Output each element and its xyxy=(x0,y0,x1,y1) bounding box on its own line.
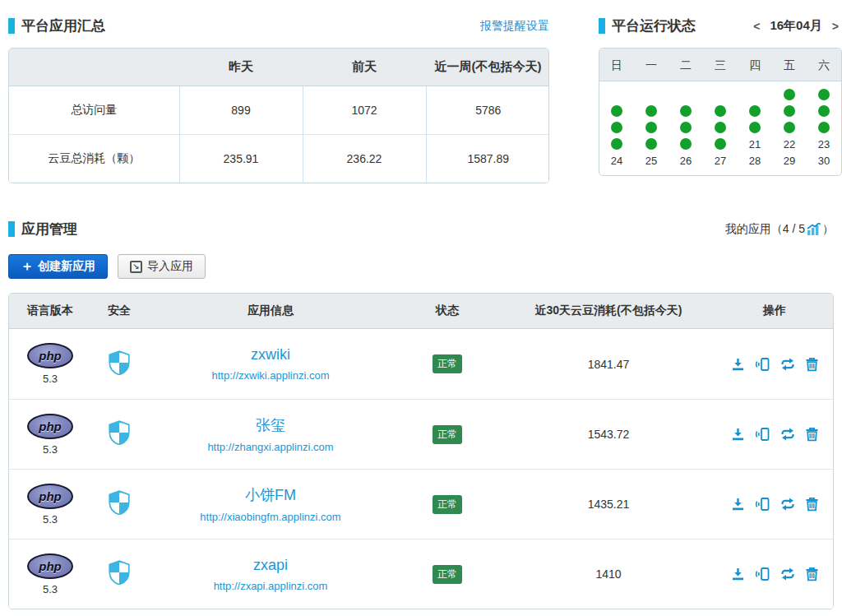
language-cell: php 5.3 xyxy=(9,343,91,385)
create-app-button[interactable]: ＋ 创建新应用 xyxy=(8,254,108,279)
calendar-empty-cell xyxy=(634,86,669,103)
visits-yesterday: 899 xyxy=(179,86,303,134)
beans-week: 1587.89 xyxy=(426,134,549,183)
status-cell: 正常 xyxy=(394,425,501,444)
php-version: 5.3 xyxy=(9,443,91,456)
calendar-day-number: 30 xyxy=(807,152,841,169)
green-dot-icon xyxy=(749,105,761,117)
calendar-day-number: 21 xyxy=(738,136,772,152)
calendar-week-row: 212223 xyxy=(599,136,841,152)
sync-icon[interactable] xyxy=(780,357,796,372)
status-ok-dot xyxy=(738,119,772,136)
delete-icon[interactable] xyxy=(805,357,819,372)
calendar-month-label: 16年04月 xyxy=(770,18,821,34)
security-shield-icon xyxy=(109,433,130,447)
calendar-prev-button[interactable]: < xyxy=(750,20,763,33)
calendar-day-number: 22 xyxy=(772,136,807,152)
col-header-appinfo: 应用信息 xyxy=(147,303,394,318)
download-icon[interactable] xyxy=(730,567,746,581)
visits-week: 5786 xyxy=(426,86,549,134)
download-icon[interactable] xyxy=(730,357,746,372)
calendar-empty-cell xyxy=(703,86,738,103)
app-name-link[interactable]: 小饼FM xyxy=(147,485,394,505)
summary-row-visits: 总访问量 899 1072 5786 xyxy=(9,86,549,134)
col-header-security: 安全 xyxy=(91,303,147,318)
platform-status-panel: 平台运行状态 < 16年04月 > 日 一 二 三 四 五 六 xyxy=(599,16,842,183)
sync-icon[interactable] xyxy=(780,567,796,581)
status-ok-dot xyxy=(599,136,634,152)
summary-header: 平台应用汇总 报警提醒设置 xyxy=(8,16,549,35)
status-ok-dot xyxy=(634,136,669,152)
weekday-label: 三 xyxy=(703,49,738,81)
calendar-week-row xyxy=(599,86,841,103)
app-url-link[interactable]: http://zxwiki.applinzi.com xyxy=(147,369,394,382)
green-dot-icon xyxy=(784,105,795,117)
mobile-preview-icon[interactable] xyxy=(755,497,770,512)
app-name-link[interactable]: 张玺 xyxy=(147,415,394,435)
green-dot-icon xyxy=(680,138,692,150)
app-info-cell: 小饼FM http://xiaobingfm.applinzi.com xyxy=(147,485,394,523)
status-ok-dot xyxy=(703,136,738,152)
status-ok-dot xyxy=(772,86,807,103)
app-table: 语言版本 安全 应用信息 状态 近30天云豆消耗(不包括今天) 操作 php 5… xyxy=(8,293,834,609)
calendar-empty-cell xyxy=(738,86,772,103)
delete-icon[interactable] xyxy=(805,427,819,442)
php-logo-icon: php xyxy=(27,414,73,439)
green-dot-icon xyxy=(749,122,761,133)
consumption-value: 1841.47 xyxy=(501,358,716,371)
usage-chart-icon[interactable] xyxy=(807,223,821,235)
calendar-day-number: 26 xyxy=(669,152,703,169)
green-dot-icon xyxy=(611,122,622,133)
alert-settings-link[interactable]: 报警提醒设置 xyxy=(480,19,549,34)
status-ok-dot xyxy=(634,119,669,136)
green-dot-icon xyxy=(645,122,657,133)
my-apps-label: 我的应用 xyxy=(725,222,771,237)
app-row: php 5.3 小饼FM http://xiaobingfm.applinz xyxy=(9,469,833,539)
app-row: php 5.3 zxapi http://zxapi.applinzi.co xyxy=(9,539,833,609)
status-ok-dot xyxy=(807,86,841,103)
sync-icon[interactable] xyxy=(780,427,796,442)
security-cell xyxy=(91,490,147,518)
delete-icon[interactable] xyxy=(805,497,819,512)
status-badge: 正常 xyxy=(433,425,462,444)
green-dot-icon xyxy=(818,89,830,100)
calendar-next-button[interactable]: > xyxy=(829,20,842,33)
mobile-preview-icon[interactable] xyxy=(755,567,770,581)
status-badge: 正常 xyxy=(433,565,462,584)
sync-icon[interactable] xyxy=(780,497,796,512)
app-name-link[interactable]: zxapi xyxy=(147,557,394,574)
security-cell xyxy=(91,560,147,588)
status-badge: 正常 xyxy=(433,354,462,373)
mobile-preview-icon[interactable] xyxy=(755,357,770,372)
download-icon[interactable] xyxy=(730,427,746,442)
green-dot-icon xyxy=(818,105,830,117)
security-shield-icon xyxy=(109,503,130,517)
status-calendar: 日 一 二 三 四 五 六 21222324252627282930 xyxy=(599,48,842,176)
row-label: 总访问量 xyxy=(9,86,179,134)
app-url-link[interactable]: http://zhangxi.applinzi.com xyxy=(147,441,394,453)
app-url-link[interactable]: http://zxapi.applinzi.com xyxy=(147,580,394,592)
dashboard-page: 平台应用汇总 报警提醒设置 昨天 前天 近一周(不包括今天) xyxy=(0,0,842,609)
calendar-weekday-row: 日 一 二 三 四 五 六 xyxy=(599,49,841,81)
status-cell: 正常 xyxy=(394,565,501,584)
weekday-label: 日 xyxy=(599,49,634,81)
consumption-value: 1435.21 xyxy=(501,498,716,511)
status-ok-dot xyxy=(669,103,703,119)
apps-title: 应用管理 xyxy=(21,220,77,239)
app-url-link[interactable]: http://xiaobingfm.applinzi.com xyxy=(147,511,394,523)
import-app-label: 导入应用 xyxy=(147,259,193,274)
app-name-link[interactable]: zxwiki xyxy=(147,346,394,364)
mobile-preview-icon[interactable] xyxy=(755,427,770,442)
create-app-label: 创建新应用 xyxy=(38,259,95,274)
status-badge: 正常 xyxy=(433,495,462,514)
col-header-operations: 操作 xyxy=(716,303,833,318)
operations-cell xyxy=(716,427,833,442)
status-ok-dot xyxy=(703,119,738,136)
delete-icon[interactable] xyxy=(805,567,819,581)
green-dot-icon xyxy=(645,105,657,117)
weekday-label: 五 xyxy=(772,49,807,81)
summary-title: 平台应用汇总 xyxy=(21,16,105,35)
download-icon[interactable] xyxy=(730,497,746,512)
app-table-body: php 5.3 zxwiki http://zxwiki.applinzi. xyxy=(9,329,833,609)
import-app-button[interactable]: ↘ 导入应用 xyxy=(118,254,206,279)
